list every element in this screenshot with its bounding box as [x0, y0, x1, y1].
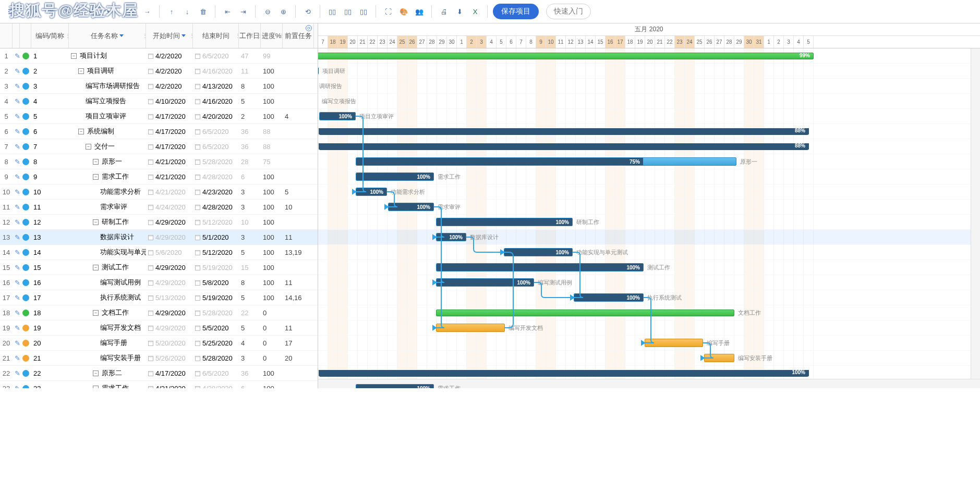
end-date[interactable]: 4/28/2020: [193, 173, 239, 181]
work-days[interactable]: 3: [239, 233, 261, 241]
progress[interactable]: 100: [261, 385, 283, 389]
edit-icon[interactable]: ✎: [13, 173, 20, 181]
task-code[interactable]: 15: [31, 264, 69, 271]
end-date[interactable]: 5/8/2020: [193, 279, 239, 287]
gantt-bar[interactable]: 100%测试工作: [436, 263, 644, 271]
work-days[interactable]: 15: [239, 264, 261, 271]
edit-icon[interactable]: ✎: [13, 67, 20, 75]
zoomin-icon[interactable]: ⊕: [276, 5, 290, 18]
edit-icon[interactable]: ✎: [13, 294, 20, 302]
gantt-bar[interactable]: 100%项目立项审评: [319, 112, 356, 120]
pin-icon[interactable]: ⟳: [306, 25, 312, 31]
gantt-row[interactable]: 项目调研: [318, 64, 980, 79]
progress[interactable]: 100: [261, 203, 283, 211]
edit-icon[interactable]: ✎: [13, 188, 20, 196]
edit-icon[interactable]: ✎: [13, 264, 20, 271]
task-code[interactable]: 16: [31, 279, 69, 287]
work-days[interactable]: 36: [239, 128, 261, 135]
gantt-row[interactable]: 88%: [318, 139, 980, 154]
gantt-bar[interactable]: 75%原形一: [356, 157, 736, 166]
task-code[interactable]: 21: [31, 354, 69, 362]
predecessor[interactable]: 10: [283, 203, 314, 211]
task-code[interactable]: 17: [31, 294, 69, 302]
gantt-row[interactable]: 100%: [318, 366, 980, 381]
gantt-bar[interactable]: 88%: [319, 143, 808, 150]
task-row[interactable]: 18✎18−文档工作4/29/20205/28/2020220: [0, 305, 318, 320]
edit-icon[interactable]: ✎: [13, 309, 20, 317]
gantt-bar[interactable]: 100%数据库设计: [436, 233, 466, 241]
work-days[interactable]: 6: [239, 173, 261, 181]
task-row[interactable]: 5✎5项目立项审评4/17/20204/20/202021004: [0, 109, 318, 124]
work-days[interactable]: 8: [239, 279, 261, 287]
gantt-row[interactable]: 75%原形一: [318, 154, 980, 169]
edit-icon[interactable]: ✎: [13, 97, 20, 105]
work-days[interactable]: 6: [239, 385, 261, 389]
end-date[interactable]: 4/13/2020: [193, 82, 239, 90]
work-days[interactable]: 36: [239, 369, 261, 377]
gantt-row[interactable]: 100%编写测试用例: [318, 275, 980, 290]
start-date[interactable]: 4/29/2020: [146, 233, 193, 241]
end-date[interactable]: 5/25/2020: [193, 339, 239, 347]
col-predecessor[interactable]: 前置任务⟳: [283, 23, 314, 48]
task-name[interactable]: −项目调研: [69, 66, 146, 76]
progress[interactable]: 0: [261, 324, 283, 332]
predecessor[interactable]: 11: [283, 324, 314, 332]
expand-icon[interactable]: −: [93, 219, 99, 225]
task-code[interactable]: 13: [31, 233, 69, 241]
edit-icon[interactable]: ✎: [13, 385, 20, 389]
work-days[interactable]: 10: [239, 218, 261, 226]
gantt-row[interactable]: 100%研制工作: [318, 215, 980, 230]
task-row[interactable]: 15✎15−测试工作4/29/20205/19/202015100: [0, 260, 318, 275]
end-date[interactable]: 4/16/2020: [193, 67, 239, 75]
gantt-row[interactable]: 88%: [318, 124, 980, 139]
task-row[interactable]: 6✎6−系统编制4/17/20206/5/20203688: [0, 124, 318, 139]
edit-icon[interactable]: ✎: [13, 233, 20, 241]
start-date[interactable]: 4/21/2020: [146, 173, 193, 181]
task-code[interactable]: 4: [31, 97, 69, 105]
end-date[interactable]: 4/20/2020: [193, 113, 239, 120]
task-code[interactable]: 3: [31, 82, 69, 90]
start-date[interactable]: 5/26/2020: [146, 354, 193, 362]
col-progress[interactable]: 进度%: [261, 23, 283, 48]
edit-icon[interactable]: ✎: [13, 354, 20, 362]
task-name[interactable]: −需求工作: [69, 384, 146, 388]
task-row[interactable]: 12✎12−研制工作4/29/20205/12/202010100: [0, 215, 318, 230]
progress[interactable]: 88: [261, 143, 283, 151]
task-name[interactable]: 编写安装手册: [69, 353, 146, 363]
work-days[interactable]: 5: [239, 324, 261, 332]
gantt-bar[interactable]: 编写安装手册: [704, 354, 734, 362]
task-name[interactable]: −交付一: [69, 142, 146, 151]
gantt-row[interactable]: 100%需求工作: [318, 169, 980, 184]
work-days[interactable]: 11: [239, 67, 261, 75]
progress[interactable]: 100: [261, 294, 283, 302]
gantt-bar[interactable]: 100%研制工作: [436, 218, 573, 226]
expand-icon[interactable]: −: [93, 265, 99, 270]
task-row[interactable]: 4✎4编写立项报告4/10/20204/16/20205100: [0, 94, 318, 109]
task-code[interactable]: 20: [31, 339, 69, 347]
task-code[interactable]: 2: [31, 67, 69, 75]
menu-icon[interactable]: ☰: [4, 5, 18, 18]
expand-icon[interactable]: −: [93, 386, 99, 389]
start-date[interactable]: 4/2/2020: [146, 82, 193, 90]
gantt-bar[interactable]: 99%: [318, 53, 814, 59]
predecessor[interactable]: 20: [283, 354, 314, 362]
start-date[interactable]: 4/17/2020: [146, 143, 193, 151]
gantt-row[interactable]: 100%调研报告: [318, 79, 980, 94]
task-code[interactable]: 23: [31, 385, 69, 389]
gantt-bar[interactable]: 100%: [319, 370, 808, 377]
delete-icon[interactable]: ✕: [44, 5, 58, 18]
gantt-row[interactable]: 编写开发文档: [318, 320, 980, 336]
task-name[interactable]: 功能实现与单元测试: [69, 248, 146, 257]
task-name[interactable]: −系统编制: [69, 127, 146, 136]
end-date[interactable]: 5/12/2020: [193, 249, 239, 256]
task-name[interactable]: 编写测试用例: [69, 278, 146, 287]
work-days[interactable]: 3: [239, 203, 261, 211]
task-code[interactable]: 18: [31, 309, 69, 317]
progress[interactable]: 100: [261, 249, 283, 256]
task-code[interactable]: 6: [31, 128, 69, 135]
gantt-row[interactable]: 编写手册: [318, 336, 980, 351]
task-code[interactable]: 14: [31, 249, 69, 256]
users-icon[interactable]: 👥: [413, 5, 426, 18]
work-days[interactable]: 2: [239, 113, 261, 120]
edit-icon[interactable]: ✎: [13, 218, 20, 226]
